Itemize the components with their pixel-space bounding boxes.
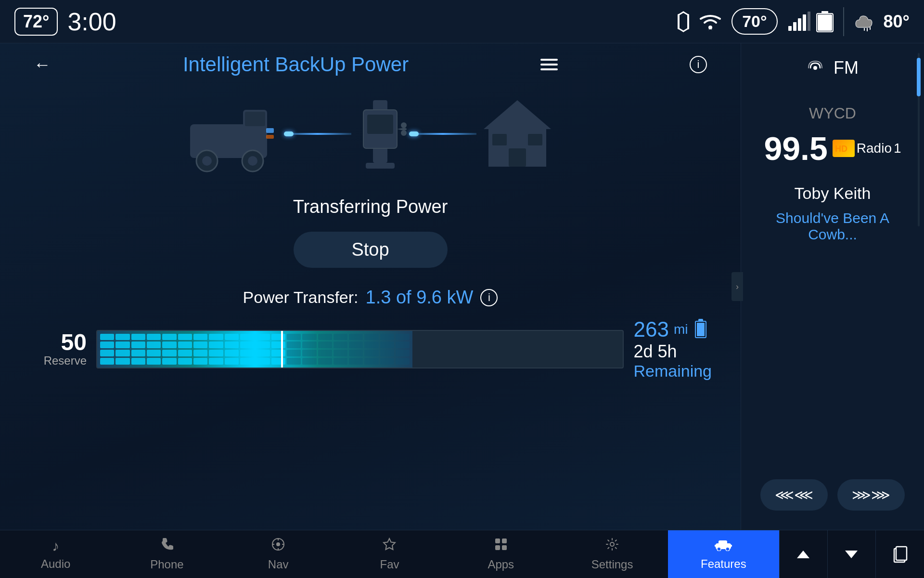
svg-point-22 [202, 156, 212, 166]
next-button[interactable]: ⋙⋙ [837, 479, 905, 511]
svg-rect-37 [528, 134, 542, 145]
wifi-icon [699, 12, 722, 31]
svg-rect-8 [793, 22, 796, 31]
svg-marker-58 [797, 551, 809, 558]
reserve-miles: 50 [29, 331, 87, 354]
svg-rect-32 [366, 163, 395, 169]
nav-settings[interactable]: Settings [556, 530, 667, 578]
power-info-button[interactable]: i [480, 289, 498, 306]
charger-icon [354, 95, 407, 172]
scroll-down-button[interactable] [828, 530, 876, 578]
weather-display: 80° [854, 12, 910, 32]
battery-bar [96, 330, 624, 368]
song-title: Should've Been A Cowb... [751, 210, 914, 243]
back-button[interactable]: ← [34, 54, 51, 75]
svg-rect-26 [266, 135, 274, 139]
svg-rect-29 [367, 115, 393, 134]
nav-apps[interactable]: Apps [445, 530, 556, 578]
battery-row: 50 Reserve 263 mi 2d 5h Remaining [29, 317, 712, 381]
panel-header: ← Intelligent BackUp Power i [14, 53, 726, 76]
stop-button[interactable]: Stop [294, 232, 448, 268]
main-area: ← Intelligent BackUp Power i [0, 43, 924, 530]
transfer-status: Transferring Power [14, 197, 726, 217]
battery-marker [281, 330, 283, 368]
svg-point-41 [277, 543, 280, 546]
svg-rect-9 [798, 18, 801, 31]
svg-rect-7 [788, 26, 792, 31]
nav-phone-label: Phone [150, 558, 183, 571]
nav-features-label: Features [701, 557, 746, 571]
nav-fav[interactable]: Fav [334, 530, 445, 578]
radio-header: FM [751, 53, 914, 83]
svg-point-31 [401, 130, 407, 136]
radio-antenna-icon [807, 59, 824, 77]
truck-icon [185, 95, 282, 172]
reserve-label: Reserve [29, 354, 87, 368]
radio-panel: › FM WYCD 99.5 HD [741, 43, 924, 530]
bottom-nav: ♪ Audio Phone Nav Fav [0, 530, 924, 578]
features-icon [715, 538, 732, 554]
svg-rect-36 [492, 134, 507, 145]
house-icon [479, 95, 556, 172]
power-transfer-info: Power Transfer: 1.3 of 9.6 kW i [14, 287, 726, 308]
station-frequency: 99.5 HD Radio 1 [751, 130, 914, 167]
status-bar: 72° 3:00 70° [0, 0, 924, 43]
nav-nav-label: Nav [268, 558, 289, 571]
radio-label: Radio [857, 141, 892, 156]
outside-temp: 72° [14, 8, 58, 36]
svg-rect-61 [896, 547, 907, 560]
nav-audio[interactable]: ♪ Audio [0, 530, 111, 578]
nav-right-controls [779, 530, 924, 578]
power-transfer-label: Power Transfer: [243, 288, 359, 307]
svg-line-5 [683, 28, 688, 31]
nav-icon [271, 537, 285, 555]
apps-icon [494, 537, 508, 555]
phone-icon [160, 537, 174, 555]
svg-rect-13 [821, 11, 828, 14]
scroll-up-button[interactable] [780, 530, 828, 578]
status-divider [843, 7, 844, 36]
svg-point-38 [813, 66, 817, 70]
nav-settings-label: Settings [591, 558, 633, 571]
nav-fav-label: Fav [380, 558, 399, 571]
nav-audio-label: Audio [41, 557, 70, 571]
svg-point-6 [708, 26, 712, 29]
svg-marker-33 [484, 100, 551, 129]
scroll-thumb [917, 58, 921, 96]
nav-nav[interactable]: Nav [223, 530, 334, 578]
info-button[interactable]: i [690, 56, 707, 73]
radio-type: FM [834, 58, 859, 78]
nav-phone[interactable]: Phone [111, 530, 222, 578]
artist-name: Toby Keith [751, 184, 914, 203]
battery-icon [816, 11, 834, 32]
menu-button[interactable] [540, 59, 558, 70]
svg-point-55 [726, 547, 730, 551]
signal-icon [787, 12, 810, 32]
status-icons: 70° [674, 7, 910, 36]
weather-temp-value: 80° [884, 12, 910, 32]
cabin-temp[interactable]: 70° [732, 8, 777, 35]
svg-rect-47 [495, 539, 500, 543]
svg-text:HD: HD [835, 144, 847, 154]
flow-line-1 [284, 133, 351, 135]
nav-features[interactable]: Features [668, 530, 779, 578]
previous-button[interactable]: ⋘⋘ [760, 479, 828, 511]
collapse-handle[interactable]: › [732, 272, 743, 301]
svg-marker-46 [384, 539, 395, 550]
svg-rect-11 [808, 12, 810, 31]
svg-point-51 [610, 542, 614, 546]
svg-line-2 [679, 28, 683, 31]
nav-apps-label: Apps [488, 558, 514, 571]
scroll-track[interactable] [917, 53, 920, 246]
battery-fill [97, 331, 412, 368]
fav-icon [382, 537, 397, 555]
pages-button[interactable] [876, 530, 924, 578]
svg-marker-59 [845, 551, 858, 558]
power-flow-illustration [14, 86, 726, 182]
svg-rect-35 [509, 148, 526, 167]
station-callsign: WYCD [751, 105, 914, 122]
frequency-number: 99.5 [764, 130, 827, 167]
battery-indicator [695, 321, 706, 338]
clock: 3:00 [67, 7, 116, 36]
media-controls: ⋘⋘ ⋙⋙ [751, 479, 914, 520]
